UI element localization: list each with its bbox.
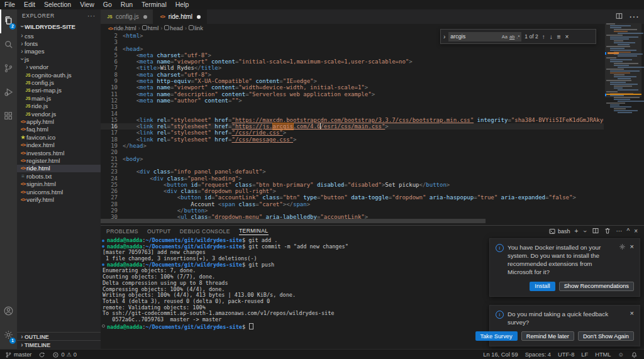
tree-item-images[interactable]: ›images bbox=[17, 48, 101, 55]
activity-explorer[interactable]: 2 bbox=[0, 9, 17, 33]
tree-item-vendor[interactable]: ›vendor bbox=[17, 64, 101, 71]
code-line-27[interactable]: 27 <button id="accountLink" class="btn" … bbox=[101, 194, 604, 201]
feedback-smiley-icon[interactable]: ☺ bbox=[618, 351, 625, 358]
don-t-show-again-button[interactable]: Don't Show Again bbox=[578, 331, 634, 341]
code-line-8[interactable]: 8 <meta charset="utf-8"> bbox=[101, 72, 604, 78]
eol-indicator[interactable]: LF bbox=[581, 351, 588, 358]
kill-terminal-icon[interactable] bbox=[604, 227, 611, 236]
menu-item-help[interactable]: Help bbox=[171, 0, 194, 9]
code-line-17[interactable]: 17 <link rel="stylesheet" href="/css/rid… bbox=[101, 130, 604, 136]
code-line-28[interactable]: 28 Account <span class="caret"></span> bbox=[101, 201, 604, 207]
encoding-indicator[interactable]: UTF-8 bbox=[558, 351, 574, 358]
tree-item-robots.txt[interactable]: ≡robots.txt bbox=[17, 172, 101, 180]
code-line-10[interactable]: 10 <meta name="viewport" content="width=… bbox=[101, 84, 604, 91]
tree-item-fonts[interactable]: ›fonts bbox=[17, 40, 101, 47]
menu-item-file[interactable]: File bbox=[0, 0, 19, 9]
take-survey-button[interactable]: Take Survey bbox=[475, 331, 518, 341]
tree-item-unicorns.html[interactable]: <>unicorns.html bbox=[17, 188, 101, 196]
code-line-25[interactable]: 25 <button id="request" class="btn btn-p… bbox=[101, 182, 604, 188]
more-actions-icon[interactable]: ··· bbox=[629, 11, 639, 23]
find-in-selection-icon[interactable]: ≡ bbox=[557, 33, 562, 40]
cursor-position[interactable]: Ln 16, Col 59 bbox=[483, 351, 518, 358]
code-line-23[interactable]: 23 <div class="info panel panel-default"… bbox=[101, 168, 604, 175]
find-input[interactable]: arcgis Aa ab .* bbox=[448, 32, 521, 41]
maximize-panel-icon[interactable]: ^ bbox=[626, 228, 630, 235]
code-line-12[interactable]: 12 <meta name="author" content=""> bbox=[101, 97, 604, 104]
notification-gear-icon[interactable] bbox=[619, 243, 626, 277]
breadcrumb-html[interactable]: html bbox=[142, 25, 159, 31]
sync-changes-button[interactable] bbox=[38, 351, 45, 358]
install-button[interactable]: Install bbox=[530, 282, 555, 291]
panel-tab-debug-console[interactable]: DEBUG CONSOLE bbox=[180, 228, 230, 235]
split-terminal-icon[interactable] bbox=[592, 227, 599, 236]
breadcrumb-link[interactable]: link bbox=[189, 25, 203, 31]
menu-item-terminal[interactable]: Terminal bbox=[137, 0, 171, 9]
tree-item-investors.html[interactable]: <>investors.html bbox=[17, 149, 101, 157]
activity-extensions[interactable] bbox=[0, 105, 17, 129]
code-line-24[interactable]: 24 <div class="panel-heading"> bbox=[101, 175, 604, 182]
code-line-21[interactable]: 21<body> bbox=[101, 156, 604, 162]
panel-more-icon[interactable]: ··· bbox=[616, 228, 622, 235]
activity-accounts[interactable] bbox=[0, 300, 17, 324]
problems-indicator[interactable]: 0 ⚠ 0 bbox=[52, 351, 76, 358]
panel-tab-terminal[interactable]: TERMINAL bbox=[239, 228, 269, 235]
find-next-icon[interactable]: ↓ bbox=[549, 33, 553, 40]
menu-item-view[interactable]: View bbox=[75, 0, 99, 9]
regex-icon[interactable]: .* bbox=[516, 34, 519, 40]
tree-item-apply.html[interactable]: <>apply.html bbox=[17, 118, 101, 125]
breadcrumb-file[interactable]: <>ride.html bbox=[107, 25, 136, 31]
find-close-icon[interactable]: × bbox=[564, 33, 569, 40]
tree-item-verify.html[interactable]: <>verify.html bbox=[17, 196, 101, 203]
notifications-bell-icon[interactable] bbox=[631, 351, 638, 358]
code-line-16[interactable]: 16 <link rel="stylesheet" href="https://… bbox=[101, 123, 604, 130]
code-line-29[interactable]: 29 </button> bbox=[101, 207, 604, 214]
code-line-18[interactable]: 18 <link rel="stylesheet" href="/css/mes… bbox=[101, 136, 604, 143]
tree-item-ride.html[interactable]: <>ride.html bbox=[17, 165, 101, 172]
tree-item-register.html[interactable]: <>register.html bbox=[17, 157, 101, 164]
activity-source-control[interactable] bbox=[0, 57, 17, 81]
tree-item-faq.html[interactable]: <>faq.html bbox=[17, 126, 101, 133]
split-editor-icon[interactable] bbox=[615, 11, 623, 23]
panel-tab-problems[interactable]: PROBLEMS bbox=[106, 228, 138, 235]
menu-item-edit[interactable]: Edit bbox=[19, 0, 40, 9]
remind-me-later-button[interactable]: Remind Me later bbox=[521, 331, 574, 341]
code-line-4[interactable]: 4<head> bbox=[101, 46, 604, 52]
whole-word-icon[interactable]: ab bbox=[509, 34, 514, 40]
tree-item-js[interactable]: ›js bbox=[17, 55, 101, 63]
code-line-7[interactable]: 7 <title>Wild Rydes</title> bbox=[101, 65, 604, 71]
tree-item-index.html[interactable]: <>index.html bbox=[17, 141, 101, 148]
notification-close-icon[interactable]: × bbox=[630, 243, 634, 277]
tree-item-vendor.js[interactable]: JSvendor.js bbox=[17, 110, 101, 118]
code-line-15[interactable]: 15 <link rel="stylesheet" href="https://… bbox=[101, 117, 604, 123]
menu-item-go[interactable]: Go bbox=[99, 0, 116, 9]
explorer-actions-icon[interactable]: ··· bbox=[87, 13, 96, 19]
panel-tab-output[interactable]: OUTPUT bbox=[147, 228, 171, 235]
tree-item-main.js[interactable]: JSmain.js bbox=[17, 94, 101, 102]
notification-close-icon[interactable]: × bbox=[630, 310, 634, 326]
code-line-22[interactable]: 22 bbox=[101, 162, 604, 168]
show-recommendations-button[interactable]: Show Recommendations bbox=[559, 282, 634, 291]
dirty-indicator-icon[interactable] bbox=[143, 15, 147, 19]
tree-item-signin.html[interactable]: <>signin.html bbox=[17, 180, 101, 187]
activity-settings[interactable]: 1 bbox=[0, 324, 17, 348]
horizontal-scrollbar[interactable] bbox=[101, 219, 486, 223]
new-terminal-icon[interactable]: + bbox=[575, 228, 579, 235]
tab-ride.html[interactable]: <>ride.html bbox=[153, 9, 207, 24]
code-line-5[interactable]: 5 <meta charset="utf-8"> bbox=[101, 52, 604, 58]
git-branch-indicator[interactable]: master bbox=[5, 351, 31, 358]
match-case-icon[interactable]: Aa bbox=[502, 34, 508, 40]
tree-item-cognito-auth.js[interactable]: JScognito-auth.js bbox=[17, 71, 101, 79]
tree-item-css[interactable]: ›css bbox=[17, 32, 101, 40]
find-previous-icon[interactable]: ↑ bbox=[541, 33, 546, 40]
close-panel-icon[interactable]: × bbox=[634, 228, 638, 235]
code-line-9[interactable]: 9 <meta http-equiv="X-UA-Compatible" con… bbox=[101, 78, 604, 84]
breadcrumb-head[interactable]: head bbox=[164, 25, 183, 31]
timeline-section[interactable]: › TIMELINE bbox=[17, 340, 101, 349]
tree-item-esri-map.js[interactable]: JSesri-map.js bbox=[17, 87, 101, 94]
tree-item-config.js[interactable]: JSconfig.js bbox=[17, 79, 101, 86]
activity-search[interactable] bbox=[0, 33, 17, 57]
code-editor[interactable]: 2<html>34<head>5 <meta charset="utf-8">6… bbox=[101, 33, 604, 221]
code-line-19[interactable]: 19</head> bbox=[101, 143, 604, 149]
menu-item-selection[interactable]: Selection bbox=[40, 0, 75, 9]
code-line-13[interactable]: 13 bbox=[101, 104, 604, 110]
